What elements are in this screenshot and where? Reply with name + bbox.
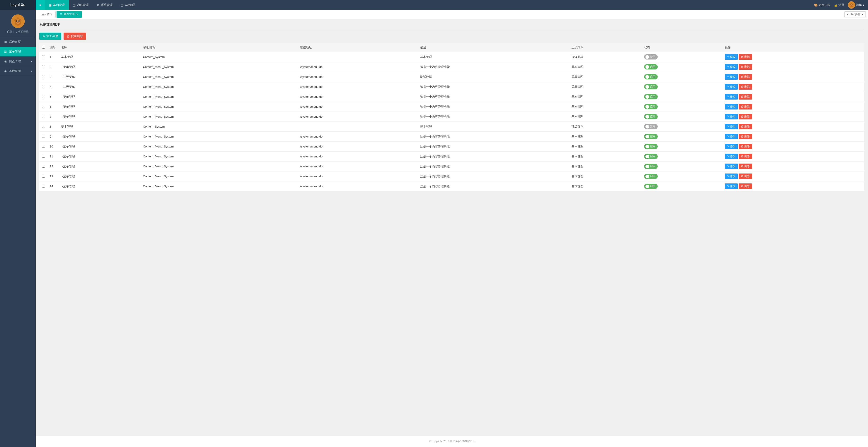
action-buttons: ✎ 修改 🗑 删除 <box>725 54 862 60</box>
row-checkbox[interactable] <box>42 65 45 68</box>
row-parent: 顶级菜单 <box>569 52 642 62</box>
nav-item-content[interactable]: ◫ 内容管理 <box>69 0 93 10</box>
row-status: 禁用 <box>642 52 722 62</box>
menu-toggle-button[interactable]: ≡ <box>36 0 45 10</box>
nav-item-oa[interactable]: ◫ OA管理 <box>117 0 139 10</box>
delete-button[interactable]: 🗑 删除 <box>739 154 752 159</box>
row-checkbox[interactable] <box>42 105 45 108</box>
disk-icon: ◉ <box>4 60 7 63</box>
status-toggle[interactable]: 启用 <box>644 74 658 80</box>
toolbar: ⊕ 添加菜单 🗑 批量删除 <box>39 33 864 40</box>
edit-button[interactable]: ✎ 修改 <box>725 104 738 110</box>
edit-button[interactable]: ✎ 修改 <box>725 144 738 149</box>
row-actions: ✎ 修改 🗑 删除 <box>722 172 864 181</box>
hamburger-icon: ≡ <box>39 3 41 7</box>
row-checkbox[interactable] <box>42 115 45 118</box>
row-checkbox[interactable] <box>42 145 45 148</box>
delete-button[interactable]: 🗑 删除 <box>739 64 752 70</box>
row-checkbox-cell <box>39 172 48 181</box>
user-menu[interactable]: 简单 ▾ <box>848 1 864 9</box>
row-id: 8 <box>48 122 59 132</box>
delete-button[interactable]: 🗑 删除 <box>739 124 752 129</box>
add-menu-button[interactable]: ⊕ 添加菜单 <box>39 33 61 40</box>
table-row: 1 基本管理 Content_System 基本管理 顶级菜单 禁用 ✎ 修改 … <box>39 52 864 62</box>
status-toggle[interactable]: 启用 <box>644 114 658 119</box>
edit-button[interactable]: ✎ 修改 <box>725 114 738 119</box>
nav-item-basic[interactable]: ▦ 基础管理 <box>45 0 69 10</box>
row-checkbox[interactable] <box>42 75 45 78</box>
delete-button[interactable]: 🗑 删除 <box>739 174 752 179</box>
row-checkbox[interactable] <box>42 165 45 168</box>
edit-button[interactable]: ✎ 修改 <box>725 183 738 189</box>
tab-close-button[interactable]: ✕ <box>76 13 78 16</box>
status-toggle[interactable]: 启用 <box>644 64 658 69</box>
edit-button[interactable]: ✎ 修改 <box>725 124 738 129</box>
edit-button[interactable]: ✎ 修改 <box>725 154 738 159</box>
edit-button[interactable]: ✎ 修改 <box>725 74 738 80</box>
edit-button[interactable]: ✎ 修改 <box>725 64 738 70</box>
status-toggle[interactable]: 启用 <box>644 154 658 159</box>
delete-button[interactable]: 🗑 删除 <box>739 144 752 149</box>
status-toggle[interactable]: 禁用 <box>644 124 658 129</box>
delete-button[interactable]: 🗑 删除 <box>739 74 752 80</box>
delete-button[interactable]: 🗑 删除 <box>739 134 752 139</box>
row-desc: 这是一个内容管理功能 <box>418 142 569 152</box>
edit-button[interactable]: ✎ 修改 <box>725 134 738 139</box>
row-checkbox[interactable] <box>42 135 45 138</box>
row-checkbox[interactable] <box>42 185 45 187</box>
status-toggle[interactable]: 启用 <box>644 164 658 169</box>
row-url: /system/menu.do <box>298 181 418 191</box>
avatar-image <box>848 1 855 9</box>
tab-action-button[interactable]: ⚙ Tab操作 ▾ <box>844 11 866 18</box>
nav-item-system[interactable]: ⚙ 系统管理 <box>93 0 117 10</box>
status-toggle[interactable]: 启用 <box>644 134 658 139</box>
select-all-checkbox[interactable] <box>42 46 45 49</box>
row-checkbox[interactable] <box>42 55 45 58</box>
sidebar-item-dashboard[interactable]: ⊞ 后台首页 <box>0 37 36 47</box>
delete-button[interactable]: 🗑 删除 <box>739 163 752 169</box>
skin-button[interactable]: 🎨 更换皮肤 <box>814 3 830 7</box>
edit-button[interactable]: ✎ 修改 <box>725 94 738 99</box>
th-desc: 描述 <box>418 43 569 52</box>
status-toggle[interactable]: 启用 <box>644 104 658 109</box>
footer-text: © copyright 2018 粤ICP备18048736号 <box>429 440 475 443</box>
row-checkbox[interactable] <box>42 125 45 128</box>
tab-home[interactable]: 后台首页 <box>38 11 56 18</box>
lock-button[interactable]: 🔒 锁屏 <box>834 3 844 7</box>
edit-button[interactable]: ✎ 修改 <box>725 163 738 169</box>
row-checkbox-cell <box>39 102 48 112</box>
sidebar-item-disk[interactable]: ◉ 网盘管理 ▾ <box>0 57 36 66</box>
delete-button[interactable]: 🗑 删除 <box>739 94 752 99</box>
status-toggle[interactable]: 启用 <box>644 84 658 89</box>
status-dot <box>646 55 649 59</box>
row-checkbox[interactable] <box>42 95 45 98</box>
delete-button[interactable]: 🗑 删除 <box>739 104 752 110</box>
edit-button[interactable]: ✎ 修改 <box>725 174 738 179</box>
row-actions: ✎ 修改 🗑 删除 <box>722 82 864 92</box>
batch-delete-button[interactable]: 🗑 批量删除 <box>64 33 86 40</box>
status-dot <box>646 125 649 128</box>
delete-button[interactable]: 🗑 删除 <box>739 54 752 60</box>
row-code: Content_Menu_System <box>141 112 298 122</box>
edit-button[interactable]: ✎ 修改 <box>725 84 738 90</box>
row-actions: ✎ 修改 🗑 删除 <box>722 122 864 132</box>
sidebar-item-menu[interactable]: ☰ 菜单管理 <box>0 47 36 57</box>
status-toggle[interactable]: 启用 <box>644 144 658 149</box>
tab-menu[interactable]: ☰ 菜单管理 ✕ <box>57 11 82 18</box>
status-toggle[interactable]: 启用 <box>644 184 658 189</box>
delete-button[interactable]: 🗑 删除 <box>739 84 752 90</box>
delete-button[interactable]: 🗑 删除 <box>739 114 752 119</box>
edit-button[interactable]: ✎ 修改 <box>725 54 738 60</box>
svg-point-5 <box>850 4 851 5</box>
status-toggle[interactable]: 启用 <box>644 174 658 179</box>
status-toggle[interactable]: 启用 <box>644 94 658 99</box>
row-checkbox[interactable] <box>42 85 45 88</box>
row-checkbox[interactable] <box>42 155 45 158</box>
th-status: 状态 <box>642 43 722 52</box>
sidebar-item-other[interactable]: ◈ 其他页面 ▾ <box>0 66 36 76</box>
delete-button[interactable]: 🗑 删除 <box>739 183 752 189</box>
status-toggle[interactable]: 禁用 <box>644 54 658 59</box>
row-url: /system/menu.do <box>298 152 418 161</box>
row-desc: 基本管理 <box>418 122 569 132</box>
row-checkbox[interactable] <box>42 175 45 178</box>
